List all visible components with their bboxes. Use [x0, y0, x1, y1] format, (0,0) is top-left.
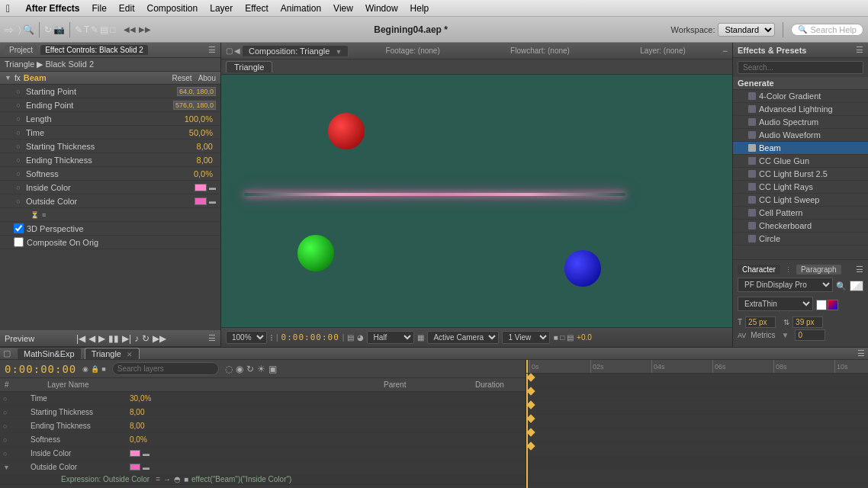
prop-val-softness[interactable]: 0,0% — [130, 435, 147, 444]
prop-label-icolor[interactable]: Inside Color — [15, 449, 130, 458]
prop-label-softness[interactable]: Softness — [15, 435, 130, 444]
prop-value-ending-point[interactable]: 576,0, 180,0 — [173, 101, 216, 110]
viewer-minimize[interactable]: − — [722, 46, 728, 56]
prop-label-ocolor[interactable]: Outside Color — [15, 463, 130, 471]
tl-search-input[interactable] — [112, 362, 219, 375]
quality-select[interactable]: Half Full Quarter — [367, 331, 414, 344]
about-btn[interactable]: Abou — [198, 74, 216, 82]
menu-animation[interactable]: Animation — [281, 3, 321, 14]
metrics-arrow[interactable]: ▼ — [782, 331, 789, 339]
expand-icon[interactable]: ⁝ — [270, 332, 273, 343]
ep-item-8[interactable]: CC Light Sweep — [733, 194, 868, 207]
prev-prev-btn[interactable]: |◀ — [76, 333, 85, 344]
ep-item-7[interactable]: CC Light Rays — [733, 181, 868, 194]
tl-btn-1[interactable]: ◌ — [225, 364, 233, 374]
menu-composition[interactable]: Composition — [147, 3, 198, 14]
prev-loop-btn[interactable]: ↻ — [142, 333, 149, 344]
prev-stop-btn[interactable]: ▮▮ — [108, 333, 119, 344]
prev-play-btn[interactable]: ▶ — [98, 333, 105, 344]
prop-value-starting-thickness[interactable]: 8,00 — [197, 142, 213, 151]
apple-menu[interactable]:  — [6, 2, 10, 14]
ep-item-11[interactable]: Circle — [733, 233, 868, 246]
track-icolor[interactable] — [526, 429, 868, 442]
track-time[interactable] — [526, 374, 868, 387]
prop-name-starting-thickness[interactable]: Starting Thickness — [26, 142, 197, 151]
triangle-tab[interactable]: Triangle — [226, 61, 272, 72]
eraser-tool[interactable]: □ — [110, 24, 115, 35]
ep-item-2[interactable]: Audio Spectrum — [733, 116, 868, 129]
outside-color-picker-icon[interactable]: ▬ — [209, 197, 216, 205]
app-name[interactable]: After Effects — [25, 3, 79, 14]
tl-color-btn[interactable]: ▬ — [143, 450, 149, 458]
ep-item-1[interactable]: Advanced Lightning — [733, 103, 868, 116]
prop-label-time[interactable]: Time — [15, 394, 130, 403]
brush-tool[interactable]: ✎ — [91, 24, 98, 35]
ep-item-10[interactable]: Checkerboard — [733, 220, 868, 233]
tl-btn-5[interactable]: ▣ — [268, 364, 277, 374]
prop-value-length[interactable]: 100,0% — [185, 114, 213, 124]
panel-menu-icon[interactable]: ☰ — [208, 45, 216, 55]
prop-name-starting-point[interactable]: Starting Point — [26, 87, 177, 96]
ep-item-9[interactable]: Cell Pattern — [733, 207, 868, 220]
expr-arrow-btn[interactable]: → — [163, 475, 171, 483]
ep-item-5[interactable]: CC Glue Gun — [733, 155, 868, 168]
char-panel-menu[interactable]: ☰ — [856, 265, 863, 274]
prop-label-sthick[interactable]: Starting Thickness — [15, 408, 130, 416]
prev-next-btn[interactable]: ▶| — [122, 333, 131, 344]
prop-value-starting-point[interactable]: 64,0, 180,0 — [177, 87, 216, 96]
zoom-tool[interactable]: 🔍 — [23, 24, 34, 35]
outside-color-swatch[interactable] — [194, 197, 207, 205]
prop-value-softness[interactable]: 0,0% — [194, 169, 213, 178]
prop-name-ending-thickness[interactable]: Ending Thickness — [26, 156, 197, 165]
ep-search-input[interactable] — [738, 61, 863, 74]
inside-color-swatch[interactable] — [194, 184, 207, 191]
leading-input[interactable] — [792, 316, 823, 328]
checkbox-3d-input[interactable] — [14, 223, 24, 233]
prev-frame[interactable]: ◀◀ — [124, 25, 136, 34]
reset-btn[interactable]: Reset — [172, 74, 192, 82]
comp-tab-arrow[interactable]: ▼ — [335, 48, 342, 56]
text-tool[interactable]: T — [84, 24, 89, 35]
timeline-panel-menu[interactable]: ☰ — [857, 348, 865, 358]
track-ocolor[interactable] — [526, 442, 868, 456]
timeline-menu-icon[interactable]: ▢ — [3, 348, 11, 358]
expr-text[interactable]: effect("Beam")("Inside Color") — [191, 475, 522, 483]
tl-hide-icon[interactable]: ■ — [101, 365, 105, 373]
camera-select[interactable]: Active Camera — [427, 331, 499, 344]
tl-lock-icon[interactable]: 🔒 — [91, 365, 99, 373]
expr-graph-btn[interactable]: ■ — [184, 475, 188, 483]
search-area[interactable]: 🔍 Search Help — [791, 24, 863, 36]
grid-icon[interactable]: ▦ — [417, 333, 424, 342]
prop-label-ethick[interactable]: Ending Thickness — [15, 422, 130, 430]
hand-tool[interactable]: 〉 — [18, 24, 21, 35]
color-picker[interactable] — [850, 281, 863, 291]
menu-file[interactable]: File — [92, 3, 106, 14]
menu-layer[interactable]: Layer — [210, 3, 233, 14]
font-style-select[interactable]: ExtraThin — [738, 297, 813, 311]
prop-value-time[interactable]: 50,0% — [189, 128, 213, 137]
mathsin-tab[interactable]: MathSin&Exp — [17, 348, 82, 359]
menu-view[interactable]: View — [333, 3, 353, 14]
track-sthick[interactable] — [526, 387, 868, 401]
tl-btn-4[interactable]: ☀ — [257, 364, 265, 374]
track-3d[interactable] — [526, 470, 868, 483]
gradient-swatch[interactable] — [828, 300, 838, 310]
pen-tool[interactable]: ✎ — [75, 24, 82, 35]
workspace-select[interactable]: Standard — [718, 23, 775, 37]
track-ethick[interactable] — [526, 401, 868, 415]
checkbox-composite-input[interactable] — [14, 237, 24, 247]
font-search-icon[interactable]: 🔍 — [836, 281, 847, 291]
prev-ram-btn[interactable]: ▶▶ — [153, 333, 166, 344]
ep-item-0[interactable]: 4-Color Gradient — [733, 90, 868, 103]
selection-tool[interactable]: ⇨ — [5, 24, 14, 36]
prop-name-softness[interactable]: Softness — [26, 169, 194, 178]
comp-icon[interactable]: ▢ — [226, 47, 233, 55]
prop-val-sthick[interactable]: 8,00 — [130, 408, 144, 416]
tl-solo-icon[interactable]: ◉ — [82, 365, 88, 373]
prop-name-length[interactable]: Length — [26, 114, 185, 124]
nav-prev[interactable]: ◀ — [234, 47, 240, 55]
track-softness[interactable] — [526, 415, 868, 429]
ep-item-4[interactable]: Beam — [733, 142, 868, 155]
prop-val-ethick[interactable]: 8,00 — [130, 422, 144, 430]
zoom-select[interactable]: 100% 50% 25% — [226, 331, 267, 344]
